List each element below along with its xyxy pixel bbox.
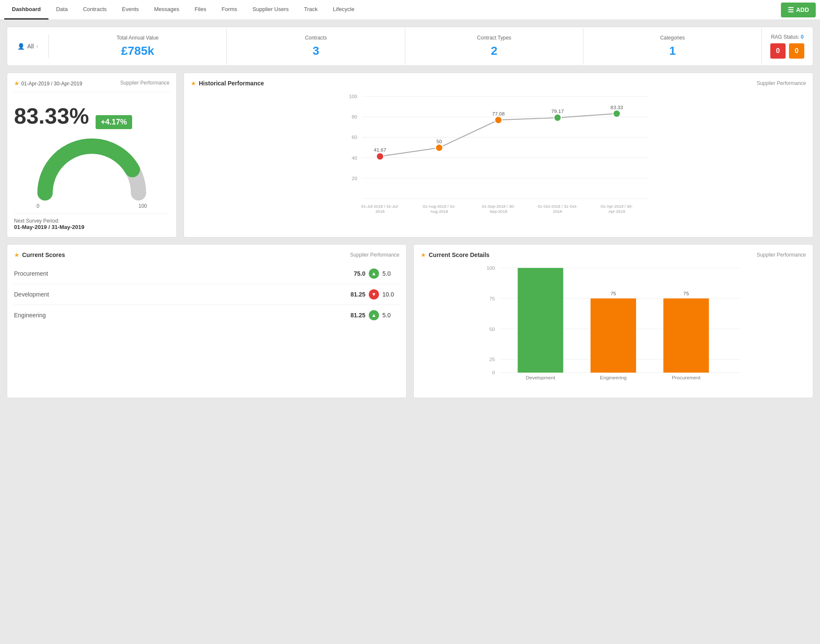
- performance-score-area: 83.33% +4.17%: [14, 92, 170, 133]
- svg-text:80: 80: [352, 114, 358, 119]
- next-survey: Next Survey Period: 01-May-2019 / 31-May…: [14, 213, 170, 230]
- svg-text:01-Sep-2018 / 30-: 01-Sep-2018 / 30-: [482, 204, 515, 209]
- svg-point-19: [613, 110, 620, 117]
- svg-point-15: [495, 116, 502, 124]
- categories-cell: Categories 1: [583, 28, 762, 65]
- svg-text:41.67: 41.67: [374, 147, 386, 153]
- tab-messages[interactable]: Messages: [147, 0, 187, 20]
- bar-development: [518, 268, 563, 373]
- svg-text:60: 60: [352, 134, 358, 140]
- add-label: ADD: [796, 6, 809, 13]
- star-icon-details: ★: [421, 251, 426, 258]
- score-val-development: 81.25: [344, 291, 365, 298]
- current-scores-subtitle: Supplier Performance: [350, 252, 399, 258]
- svg-text:01-Jul-2018 / 31-Jul-: 01-Jul-2018 / 31-Jul-: [361, 204, 399, 209]
- tab-track[interactable]: Track: [297, 0, 325, 20]
- rag-value: 0: [801, 34, 804, 40]
- tab-dashboard[interactable]: Dashboard: [4, 0, 48, 20]
- contracts-cell: Contracts 3: [227, 28, 405, 65]
- performance-panel: ★ 01-Apr-2019 / 30-Apr-2019 Supplier Per…: [7, 73, 177, 237]
- historical-svg: 100 80 60 40 20 41.67: [191, 92, 806, 219]
- historical-header: ★ Historical Performance Supplier Perfor…: [191, 80, 806, 87]
- score-name-procurement: Procurement: [14, 270, 344, 277]
- svg-text:79.17: 79.17: [551, 108, 564, 114]
- svg-text:2018: 2018: [553, 209, 562, 214]
- score-change-engineering: 5.0: [382, 312, 399, 319]
- all-filter[interactable]: 👤 All ›: [7, 34, 49, 58]
- svg-text:Sep-2018: Sep-2018: [489, 209, 507, 214]
- svg-text:Apr-2019: Apr-2019: [608, 209, 625, 214]
- bar-chart-area: 100 75 50 25 0 75: [421, 263, 806, 391]
- gauge-max-label: 100: [139, 203, 147, 209]
- tab-forms[interactable]: Forms: [214, 0, 245, 20]
- historical-title: Historical Performance: [199, 80, 264, 87]
- performance-delta: +4.17%: [96, 115, 132, 129]
- navigation: Dashboard Data Contracts Events Messages…: [0, 0, 820, 20]
- arrow-up-procurement: ▲: [369, 268, 379, 279]
- score-row-development: Development 81.25 ▼ 10.0: [14, 284, 399, 305]
- menu-icon: ☰: [788, 6, 794, 14]
- tab-events[interactable]: Events: [114, 0, 147, 20]
- performance-date-range: ★ 01-Apr-2019 / 30-Apr-2019: [14, 80, 82, 87]
- current-scores-title: Current Scores: [22, 251, 65, 258]
- svg-text:01-Oct-2018 / 31-Oct-: 01-Oct-2018 / 31-Oct-: [537, 204, 577, 209]
- tab-supplier-users[interactable]: Supplier Users: [245, 0, 296, 20]
- chevron-right-icon: ›: [37, 43, 38, 49]
- performance-score: 83.33%: [14, 103, 89, 129]
- historical-panel: ★ Historical Performance Supplier Perfor…: [184, 73, 813, 237]
- performance-date: 01-Apr-2019 / 30-Apr-2019: [21, 81, 82, 87]
- star-icon-scores: ★: [14, 251, 20, 258]
- rag-status-cell: RAG Status: 0 0 0: [762, 27, 813, 65]
- contract-types-cell: Contract Types 2: [405, 28, 584, 65]
- svg-text:Engineering: Engineering: [600, 375, 627, 380]
- historical-chart-area: 100 80 60 40 20 41.67: [191, 92, 806, 219]
- total-annual-value-label: Total Annual Value: [53, 35, 223, 41]
- summary-bar: 👤 All › Total Annual Value £785k Contrac…: [7, 27, 813, 66]
- svg-text:100: 100: [486, 265, 495, 271]
- score-change-procurement: 5.0: [382, 270, 399, 277]
- all-label: All: [27, 43, 34, 50]
- tab-lifecycle[interactable]: Lifecycle: [325, 0, 362, 20]
- svg-text:Procurement: Procurement: [672, 375, 701, 380]
- person-icon: 👤: [17, 43, 25, 50]
- svg-text:01-Aug-2018 / 31-: 01-Aug-2018 / 31-: [423, 204, 456, 209]
- svg-text:75: 75: [683, 291, 689, 296]
- scores-rows: Procurement 75.0 ▲ 5.0 Development 81.25…: [14, 263, 399, 325]
- contracts-count: 3: [231, 44, 401, 58]
- tab-contracts[interactable]: Contracts: [75, 0, 114, 20]
- contract-types-label: Contract Types: [410, 35, 579, 41]
- rag-red-badge: 0: [770, 43, 786, 59]
- score-row-procurement: Procurement 75.0 ▲ 5.0: [14, 263, 399, 284]
- score-change-development: 10.0: [382, 291, 399, 298]
- arrow-up-engineering: ▲: [369, 310, 379, 320]
- svg-text:100: 100: [349, 93, 357, 99]
- svg-text:01-Apr-2019 / 30-: 01-Apr-2019 / 30-: [601, 204, 633, 209]
- historical-subtitle: Supplier Performance: [757, 80, 806, 86]
- rag-badges: 0 0: [770, 43, 804, 59]
- total-annual-value-cell: Total Annual Value £785k: [49, 28, 227, 65]
- row-scores: ★ Current Scores Supplier Performance Pr…: [7, 244, 813, 398]
- svg-text:40: 40: [352, 155, 358, 161]
- next-survey-date: 01-May-2019 / 31-May-2019: [14, 224, 85, 230]
- bar-engineering: [591, 298, 636, 373]
- tab-files[interactable]: Files: [187, 0, 214, 20]
- gauge-min-label: 0: [37, 203, 40, 209]
- svg-text:83.33: 83.33: [611, 105, 623, 110]
- rag-orange-badge: 0: [789, 43, 804, 59]
- arrow-down-development: ▼: [369, 289, 379, 299]
- contracts-label: Contracts: [231, 35, 401, 41]
- svg-text:50: 50: [436, 138, 442, 144]
- tab-data[interactable]: Data: [48, 0, 75, 20]
- add-button[interactable]: ☰ ADD: [781, 3, 816, 17]
- gauge-container: 0 100: [14, 138, 170, 209]
- current-scores-panel: ★ Current Scores Supplier Performance Pr…: [7, 244, 407, 398]
- star-icon-historical: ★: [191, 80, 196, 87]
- rag-label: RAG Status: 0: [771, 34, 804, 40]
- svg-point-17: [554, 114, 561, 121]
- svg-text:77.08: 77.08: [492, 111, 505, 116]
- svg-text:75: 75: [489, 296, 495, 301]
- score-details-title: Current Score Details: [429, 251, 489, 258]
- svg-text:50: 50: [489, 326, 495, 331]
- svg-text:75: 75: [611, 291, 616, 296]
- bar-procurement: [663, 298, 709, 373]
